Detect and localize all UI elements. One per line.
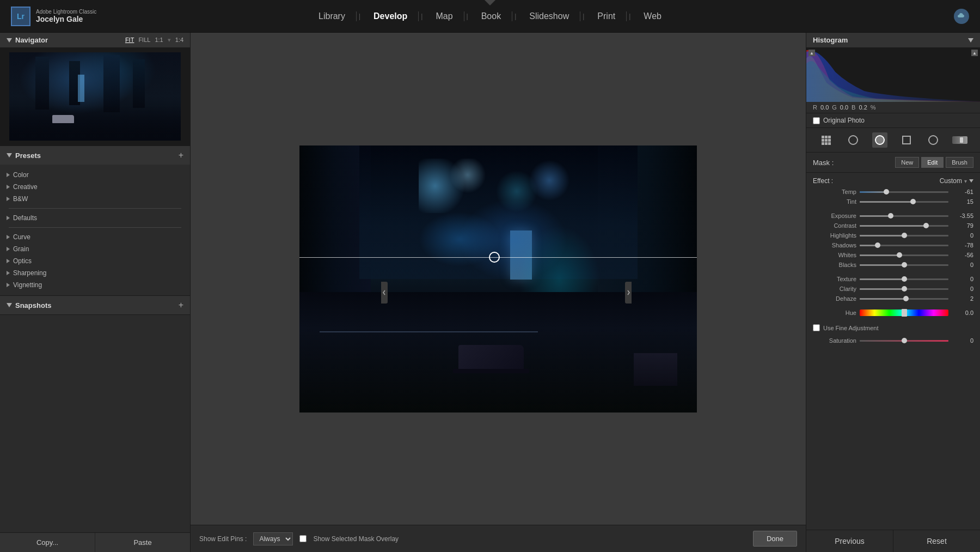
tint-fill: [860, 201, 913, 203]
nav-slideshow[interactable]: Slideshow: [518, 11, 580, 21]
blacks-track[interactable]: [860, 264, 948, 266]
show-mask-overlay-checkbox[interactable]: [299, 535, 307, 542]
hue-track[interactable]: [860, 310, 948, 316]
preset-defaults[interactable]: Defaults: [0, 212, 190, 224]
histogram-svg: [806, 47, 980, 102]
slider-tool-btn[interactable]: [952, 132, 967, 148]
preset-color-arrow: [7, 173, 10, 177]
preset-grain[interactable]: Grain: [0, 243, 190, 255]
blacks-thumb[interactable]: [902, 262, 907, 268]
highlights-track[interactable]: [860, 235, 948, 236]
temp-row: Temp -61: [813, 187, 973, 197]
nav-web[interactable]: Web: [633, 11, 672, 21]
show-mask-overlay-label: Show Selected Mask Overlay: [313, 535, 399, 543]
shadows-row: Shadows -78: [813, 240, 973, 250]
mask-row: Mask : New Edit Brush: [813, 157, 973, 168]
shadows-thumb[interactable]: [875, 242, 880, 248]
shadows-track[interactable]: [860, 245, 948, 246]
zoom-fit[interactable]: FIT: [125, 37, 134, 44]
app-name-bottom: Jocelyn Gale: [36, 15, 96, 23]
mask-brush-btn[interactable]: Brush: [946, 157, 973, 168]
edit-pins-select[interactable]: Always: [253, 532, 293, 545]
temp-thumb[interactable]: [884, 189, 889, 195]
circle-filled-tool-btn[interactable]: [872, 132, 887, 148]
zoom-1-1[interactable]: 1:1: [155, 37, 163, 44]
highlights-thumb[interactable]: [902, 233, 907, 238]
hist-warning-right[interactable]: ▲: [971, 50, 978, 56]
tint-thumb[interactable]: [910, 199, 916, 204]
slider-section: Temp -61 Tint 15 Exposure: [806, 187, 980, 322]
histogram-title: Histogram: [813, 36, 848, 44]
saturation-thumb[interactable]: [902, 338, 907, 343]
whites-thumb[interactable]: [897, 252, 902, 258]
zoom-fill[interactable]: FILL: [138, 37, 150, 44]
circle2-tool-btn[interactable]: [926, 132, 941, 148]
exposure-value: -3.55: [952, 213, 973, 219]
grid-tool-btn[interactable]: [819, 132, 834, 148]
nav-library[interactable]: Library: [308, 11, 357, 21]
preset-vignetting[interactable]: Vignetting: [0, 279, 190, 291]
whites-track[interactable]: [860, 254, 948, 256]
photo-railing: [320, 331, 538, 332]
zoom-1-4[interactable]: 1:4: [175, 37, 183, 44]
fine-adj-checkbox[interactable]: [813, 324, 820, 331]
rect-icon: [902, 136, 911, 144]
previous-button[interactable]: Previous: [806, 530, 893, 552]
presets-add-btn[interactable]: +: [179, 150, 183, 160]
cloud-icon[interactable]: [954, 9, 969, 24]
saturation-track[interactable]: [860, 340, 948, 342]
contrast-thumb[interactable]: [923, 223, 929, 228]
contrast-track[interactable]: [860, 225, 948, 227]
reset-button[interactable]: Reset: [893, 530, 980, 552]
hue-thumb[interactable]: [902, 309, 907, 317]
preset-vignetting-arrow: [7, 283, 10, 287]
nav-book[interactable]: Book: [470, 11, 512, 21]
snapshots-header[interactable]: Snapshots +: [0, 296, 190, 314]
texture-track[interactable]: [860, 278, 948, 280]
clarity-track[interactable]: [860, 288, 948, 290]
nav-print[interactable]: Print: [586, 11, 627, 21]
tint-row: Tint 15: [813, 197, 973, 207]
preset-curve[interactable]: Curve: [0, 231, 190, 243]
copy-button[interactable]: Copy...: [0, 533, 95, 552]
exposure-track[interactable]: [860, 215, 948, 217]
temp-track[interactable]: [860, 191, 948, 193]
clarity-thumb[interactable]: [902, 286, 907, 292]
photo-main: [299, 145, 697, 413]
dehaze-track[interactable]: [860, 298, 948, 300]
nav-map[interactable]: Map: [425, 11, 464, 21]
preset-optics[interactable]: Optics: [0, 255, 190, 267]
hist-warning-left[interactable]: ▲: [808, 50, 815, 56]
presets-header[interactable]: Presets +: [0, 146, 190, 165]
highlights-row: Highlights 0: [813, 230, 973, 240]
left-panel: Navigator FIT FILL 1:1 ▾ 1:4: [0, 33, 191, 552]
tint-track[interactable]: [860, 201, 948, 203]
mask-edit-btn[interactable]: Edit: [921, 157, 944, 168]
nav-develop[interactable]: Develop: [363, 11, 419, 21]
dehaze-thumb[interactable]: [903, 296, 909, 301]
blacks-row: Blacks 0: [813, 260, 973, 270]
histogram-header[interactable]: Histogram: [806, 33, 980, 47]
right-panel-collapse-tab[interactable]: [625, 282, 632, 304]
preset-creative[interactable]: Creative: [0, 181, 190, 193]
contrast-value: 79: [952, 222, 973, 229]
top-collapse-arrow[interactable]: [485, 0, 495, 5]
mask-handle[interactable]: [489, 252, 500, 263]
preset-bw[interactable]: B&W: [0, 193, 190, 205]
preset-color[interactable]: Color: [0, 169, 190, 181]
preset-sharpening[interactable]: Sharpening: [0, 267, 190, 279]
texture-thumb[interactable]: [902, 276, 907, 282]
app-name-top: Adobe Lightroom Classic: [36, 9, 96, 15]
navigator-header[interactable]: Navigator FIT FILL 1:1 ▾ 1:4: [0, 33, 190, 47]
circle-tool-btn[interactable]: [846, 132, 861, 148]
exposure-thumb[interactable]: [888, 213, 893, 219]
done-button[interactable]: Done: [753, 531, 797, 547]
paste-button[interactable]: Paste: [95, 533, 190, 552]
rect-tool-btn[interactable]: [899, 132, 914, 148]
left-panel-collapse-tab[interactable]: [381, 282, 388, 304]
mask-new-btn[interactable]: New: [895, 157, 919, 168]
original-photo-checkbox[interactable]: [813, 117, 820, 124]
snapshots-add-btn[interactable]: +: [179, 300, 183, 310]
effect-dropdown[interactable]: Custom ▾: [940, 177, 973, 185]
exposure-row: Exposure -3.55: [813, 211, 973, 221]
